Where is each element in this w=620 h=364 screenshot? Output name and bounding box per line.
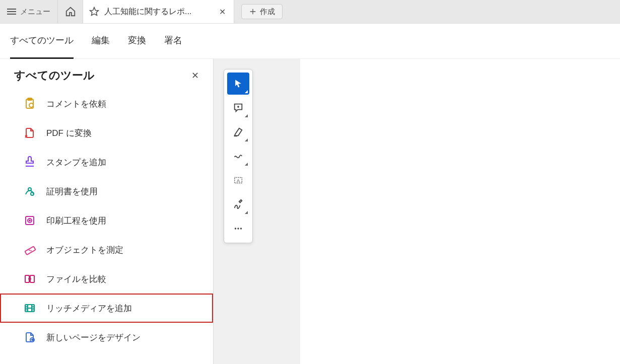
request-comment-icon — [23, 97, 36, 110]
draw-freeform-button[interactable] — [227, 145, 249, 167]
svg-text:A: A — [237, 178, 240, 183]
select-tool-button[interactable] — [227, 72, 249, 95]
page-canvas[interactable] — [300, 59, 620, 364]
star-icon — [89, 7, 99, 17]
svg-point-15 — [235, 228, 236, 229]
nav-tab-convert[interactable]: 変換 — [128, 23, 146, 59]
tool-label: オブジェクトを測定 — [46, 244, 123, 256]
print-production-icon — [23, 214, 36, 227]
tool-label: ファイルを比較 — [46, 273, 106, 285]
text-box-icon: A — [233, 175, 244, 186]
create-label: 作成 — [260, 7, 275, 17]
tool-list: コメントを依頼 PDF に変換 スタンプを追加 証明書を使用 — [0, 89, 213, 352]
nav-tabs: すべてのツール 編集 変換 署名 — [0, 24, 620, 59]
tool-label: PDF に変換 — [46, 127, 92, 139]
tool-label: 新しいページをデザイン — [46, 332, 141, 343]
sidebar-header: すべてのツール ✕ — [0, 59, 213, 89]
svg-point-17 — [240, 228, 242, 229]
add-comment-icon — [233, 102, 244, 113]
svg-point-16 — [237, 228, 239, 229]
more-icon — [233, 223, 244, 234]
nav-tab-all-tools[interactable]: すべてのツール — [10, 23, 74, 59]
sidebar-title: すべてのツール — [14, 68, 95, 83]
sign-icon — [233, 199, 244, 210]
select-tool-icon — [233, 79, 243, 89]
home-button[interactable] — [58, 0, 83, 23]
menu-label: メニュー — [20, 7, 50, 17]
certificate-icon — [23, 185, 36, 198]
svg-point-4 — [31, 192, 34, 195]
design-page-icon — [23, 331, 36, 344]
nav-tab-sign[interactable]: 署名 — [164, 23, 182, 59]
tool-measure[interactable]: オブジェクトを測定 — [0, 235, 213, 264]
document-area: A — [214, 59, 620, 364]
tool-label: スタンプを追加 — [46, 157, 106, 168]
tool-design-page[interactable]: 新しいページをデザイン — [0, 323, 213, 352]
tool-request-comments[interactable]: コメントを依頼 — [0, 89, 213, 118]
stamp-icon — [23, 156, 36, 169]
tool-compare-files[interactable]: ファイルを比較 — [0, 264, 213, 294]
tool-print-production[interactable]: 印刷工程を使用 — [0, 206, 213, 235]
highlight-icon — [233, 126, 244, 137]
measure-icon — [23, 243, 36, 256]
draw-freeform-icon — [233, 151, 244, 162]
tool-label: 印刷工程を使用 — [46, 215, 106, 227]
add-comment-button[interactable] — [227, 97, 249, 119]
text-box-button[interactable]: A — [227, 169, 249, 191]
menu-button[interactable]: メニュー — [0, 0, 58, 23]
tools-sidebar: すべてのツール ✕ コメントを依頼 PDF に変換 スタンプを追加 — [0, 59, 214, 364]
tool-label: リッチメディアを追加 — [46, 303, 132, 314]
svg-point-7 — [29, 220, 30, 221]
rich-media-icon — [23, 302, 36, 315]
floating-toolbar: A — [224, 69, 253, 243]
tool-add-stamp[interactable]: スタンプを追加 — [0, 148, 213, 177]
tool-add-rich-media[interactable]: リッチメディアを追加 — [0, 294, 213, 323]
highlight-button[interactable] — [227, 121, 249, 143]
more-tools-button[interactable] — [227, 217, 249, 240]
svg-rect-8 — [25, 246, 35, 255]
tool-label: コメントを依頼 — [46, 98, 106, 110]
tool-convert-pdf[interactable]: PDF に変換 — [0, 118, 213, 148]
main-area: すべてのツール ✕ コメントを依頼 PDF に変換 スタンプを追加 — [0, 59, 620, 364]
nav-tab-edit[interactable]: 編集 — [92, 23, 110, 59]
home-icon — [65, 6, 76, 17]
sign-button[interactable] — [227, 193, 249, 215]
tab-close-button[interactable]: ✕ — [217, 7, 228, 17]
hamburger-icon — [7, 9, 16, 15]
tool-label: 証明書を使用 — [46, 186, 98, 197]
sidebar-close-button[interactable]: ✕ — [191, 70, 199, 81]
compare-icon — [23, 272, 36, 285]
convert-pdf-icon — [23, 126, 36, 139]
svg-point-3 — [28, 188, 31, 191]
plus-icon — [249, 8, 257, 16]
title-bar: メニュー 人工知能に関するレポ... ✕ 作成 — [0, 0, 620, 24]
create-button[interactable]: 作成 — [241, 4, 283, 19]
document-tab[interactable]: 人工知能に関するレポ... ✕ — [83, 0, 234, 23]
tab-title: 人工知能に関するレポ... — [104, 7, 212, 17]
tool-use-certificate[interactable]: 証明書を使用 — [0, 177, 213, 206]
svg-point-2 — [29, 103, 33, 107]
